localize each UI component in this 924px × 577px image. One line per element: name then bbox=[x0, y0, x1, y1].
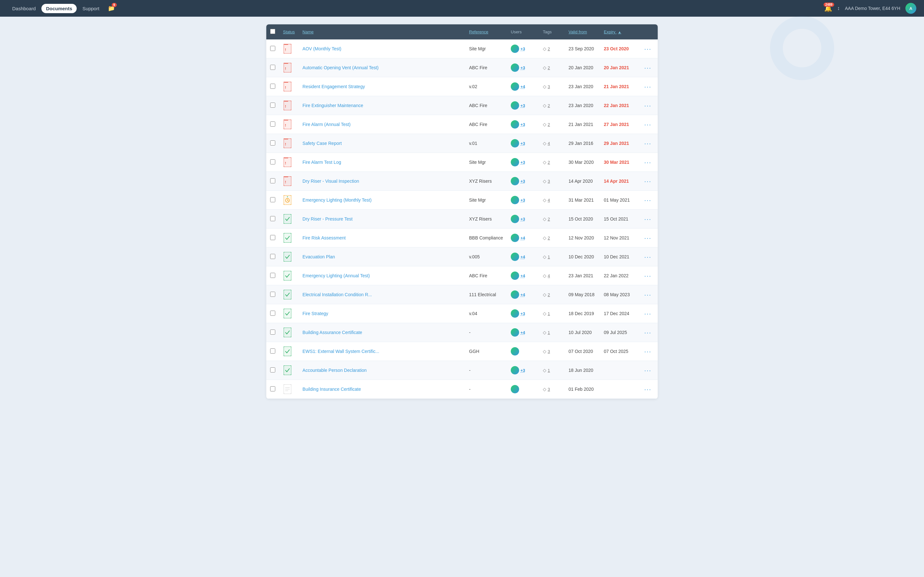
document-name-link[interactable]: Fire Alarm (Annual Test) bbox=[302, 122, 351, 127]
users-plus[interactable]: +3 bbox=[520, 198, 525, 203]
document-name-link[interactable]: Fire Risk Assessment bbox=[302, 235, 346, 240]
row-actions-menu[interactable]: ··· bbox=[642, 63, 654, 72]
dashboard-nav-btn[interactable]: Dashboard bbox=[8, 4, 40, 13]
document-name-link[interactable]: Accountable Person Declaration bbox=[302, 367, 367, 373]
users-plus[interactable]: +3 bbox=[520, 103, 525, 108]
users-plus[interactable]: +4 bbox=[520, 292, 525, 297]
row-actions-menu[interactable]: ··· bbox=[642, 385, 654, 393]
row-checkbox[interactable] bbox=[270, 235, 275, 240]
row-actions-menu[interactable]: ··· bbox=[642, 271, 654, 280]
row-actions-menu[interactable]: ··· bbox=[642, 328, 654, 337]
tag-diamond-icon: ◇ bbox=[543, 292, 546, 297]
expiry-header[interactable]: Expiry ▲ bbox=[600, 24, 638, 39]
status-header[interactable]: Status bbox=[279, 24, 299, 39]
reference-header[interactable]: Reference bbox=[465, 24, 507, 39]
avatar[interactable]: A bbox=[905, 3, 916, 14]
row-checkbox[interactable] bbox=[270, 140, 275, 145]
table-row: Accountable Person Declaration - +3 ◇ 1 … bbox=[266, 361, 658, 380]
row-checkbox[interactable] bbox=[270, 65, 275, 70]
support-nav-btn[interactable]: Support bbox=[78, 4, 104, 13]
users-plus[interactable]: +3 bbox=[520, 179, 525, 184]
users-plus[interactable]: +3 bbox=[520, 65, 525, 70]
document-name-link[interactable]: Resident Engagement Strategy bbox=[302, 84, 365, 89]
users-plus[interactable]: +4 bbox=[520, 235, 525, 240]
row-checkbox[interactable] bbox=[270, 46, 275, 51]
row-actions-menu[interactable]: ··· bbox=[642, 45, 654, 53]
row-actions-menu[interactable]: ··· bbox=[642, 347, 654, 356]
document-name-link[interactable]: AOV (Monthly Test) bbox=[302, 46, 341, 51]
row-actions-menu[interactable]: ··· bbox=[642, 215, 654, 223]
users-plus[interactable]: +3 bbox=[520, 311, 525, 316]
row-actions-menu[interactable]: ··· bbox=[642, 309, 654, 318]
row-actions-menu[interactable]: ··· bbox=[642, 177, 654, 185]
row-checkbox[interactable] bbox=[270, 311, 275, 316]
document-name-link[interactable]: EWS1: External Wall System Certific... bbox=[302, 349, 379, 354]
row-checkbox[interactable] bbox=[270, 273, 275, 278]
row-checkbox-cell bbox=[266, 39, 279, 58]
users-plus[interactable]: +3 bbox=[520, 160, 525, 165]
row-actions-menu[interactable]: ··· bbox=[642, 139, 654, 147]
name-header[interactable]: Name bbox=[299, 24, 465, 39]
check-icon bbox=[283, 327, 292, 338]
users-plus[interactable]: +3 bbox=[520, 47, 525, 51]
row-actions-menu[interactable]: ··· bbox=[642, 158, 654, 166]
valid-from-header[interactable]: Valid from bbox=[565, 24, 600, 39]
expiry-cell: 22 Jan 2021 bbox=[600, 96, 638, 115]
document-name-link[interactable]: Safety Case Report bbox=[302, 141, 342, 146]
document-name-link[interactable]: Dry Riser - Pressure Test bbox=[302, 216, 352, 221]
row-checkbox[interactable] bbox=[270, 178, 275, 183]
document-name-link[interactable]: Dry Riser - Visual Inspection bbox=[302, 179, 359, 184]
row-checkbox-cell bbox=[266, 323, 279, 342]
document-name-link[interactable]: Emergency Lighting (Annual Test) bbox=[302, 273, 370, 278]
row-checkbox[interactable] bbox=[270, 121, 275, 127]
row-checkbox[interactable] bbox=[270, 254, 275, 259]
document-name-link[interactable]: Building Assurance Certificate bbox=[302, 330, 362, 335]
document-name-link[interactable]: Fire Strategy bbox=[302, 311, 328, 316]
row-checkbox[interactable] bbox=[270, 348, 275, 354]
folder-icon-wrap[interactable]: 📁 9 bbox=[108, 5, 115, 12]
document-name-link[interactable]: Evacuation Plan bbox=[302, 254, 335, 259]
row-actions-menu[interactable]: ··· bbox=[642, 234, 654, 242]
status-cell bbox=[279, 266, 299, 285]
documents-nav-btn[interactable]: Documents bbox=[41, 4, 77, 13]
row-checkbox[interactable] bbox=[270, 330, 275, 335]
row-checkbox[interactable] bbox=[270, 159, 275, 164]
row-checkbox[interactable] bbox=[270, 216, 275, 221]
document-name-link[interactable]: Building Insurance Certificate bbox=[302, 387, 361, 392]
users-cell: +3 bbox=[511, 139, 535, 147]
row-checkbox-cell bbox=[266, 77, 279, 96]
page-content: Status Name Reference Users Tags Valid f… bbox=[254, 17, 670, 406]
row-actions-menu[interactable]: ··· bbox=[642, 366, 654, 374]
row-checkbox[interactable] bbox=[270, 103, 275, 108]
users-plus[interactable]: +3 bbox=[520, 122, 525, 127]
row-checkbox[interactable] bbox=[270, 386, 275, 392]
users-plus[interactable]: +4 bbox=[520, 84, 525, 89]
users-plus[interactable]: +3 bbox=[520, 141, 525, 146]
row-actions-menu[interactable]: ··· bbox=[642, 120, 654, 129]
select-all-checkbox[interactable] bbox=[270, 29, 275, 34]
valid-from-cell: 10 Dec 2020 bbox=[565, 247, 600, 266]
row-actions-menu[interactable]: ··· bbox=[642, 290, 654, 299]
row-checkbox[interactable] bbox=[270, 367, 275, 372]
row-checkbox[interactable] bbox=[270, 84, 275, 89]
document-name-link[interactable]: Emergency Lighting (Monthly Test) bbox=[302, 197, 372, 203]
row-actions-menu[interactable]: ··· bbox=[642, 196, 654, 204]
users-plus[interactable]: +4 bbox=[520, 274, 525, 278]
document-name-link[interactable]: Fire Alarm Test Log bbox=[302, 160, 341, 165]
row-checkbox[interactable] bbox=[270, 292, 275, 297]
document-name-link[interactable]: Automatic Opening Vent (Annual Test) bbox=[302, 65, 379, 70]
row-actions-menu[interactable]: ··· bbox=[642, 253, 654, 261]
users-plus[interactable]: +3 bbox=[520, 217, 525, 221]
users-plus[interactable]: +4 bbox=[520, 330, 525, 335]
users-col bbox=[507, 380, 539, 399]
bell-icon-wrap[interactable]: 🔔 2489 bbox=[824, 5, 832, 12]
users-plus[interactable]: +4 bbox=[520, 255, 525, 259]
row-actions-menu[interactable]: ··· bbox=[642, 82, 654, 91]
users-plus[interactable]: +3 bbox=[520, 368, 525, 373]
svg-text:!: ! bbox=[285, 161, 286, 165]
svg-text:!: ! bbox=[285, 142, 286, 146]
row-actions-menu[interactable]: ··· bbox=[642, 101, 654, 110]
document-name-link[interactable]: Electrical Installation Condition R... bbox=[302, 292, 372, 297]
document-name-link[interactable]: Fire Extinguisher Maintenance bbox=[302, 103, 363, 108]
row-checkbox[interactable] bbox=[270, 197, 275, 202]
